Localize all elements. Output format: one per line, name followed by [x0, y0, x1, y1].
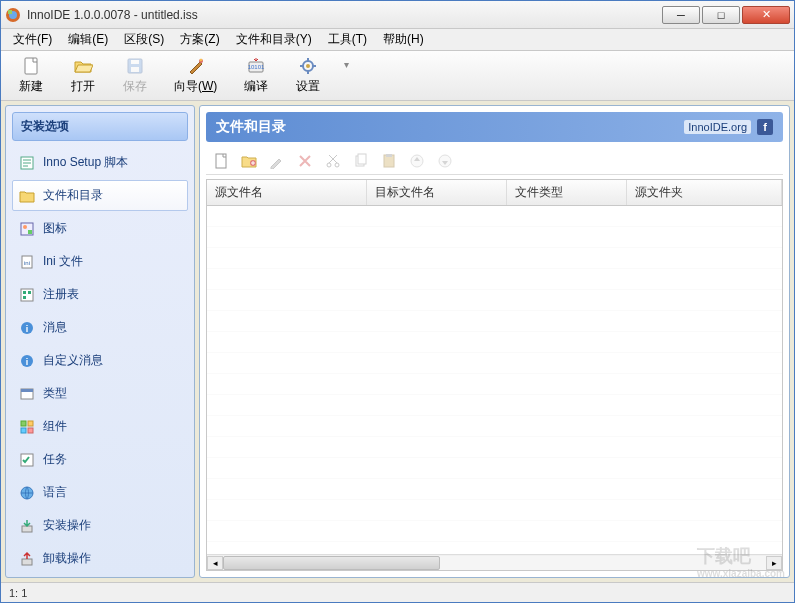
settings-button[interactable]: 设置	[286, 53, 330, 98]
edit-icon[interactable]	[268, 152, 286, 170]
svg-rect-2	[8, 10, 12, 14]
save-icon	[125, 56, 145, 76]
sidebar-item-5[interactable]: i消息	[12, 312, 188, 343]
svg-text:ini: ini	[24, 260, 30, 266]
svg-rect-24	[28, 291, 31, 294]
svg-rect-33	[28, 421, 33, 426]
menu-filesdirs[interactable]: 文件和目录(Y)	[228, 29, 320, 50]
scroll-track[interactable]	[223, 556, 766, 570]
innoide-link[interactable]: InnoIDE.org	[684, 120, 751, 134]
svg-rect-31	[21, 389, 33, 392]
facebook-icon[interactable]: f	[757, 119, 773, 135]
new-label: 新建	[19, 78, 43, 95]
col-source-folder[interactable]: 源文件夹	[627, 180, 782, 205]
scroll-thumb[interactable]	[223, 556, 440, 570]
svg-rect-40	[216, 154, 226, 168]
menu-file[interactable]: 文件(F)	[5, 29, 60, 50]
registry-icon	[19, 287, 35, 303]
svg-point-43	[335, 163, 339, 167]
new-button[interactable]: 新建	[9, 53, 53, 98]
tasks-icon	[19, 452, 35, 468]
wizard-button[interactable]: 向导(W)	[165, 53, 226, 98]
sidebar: 安装选项 Inno Setup 脚本文件和目录图标iniIni 文件注册表i消息…	[5, 105, 195, 578]
toolbar-dropdown-icon[interactable]: ▾	[344, 59, 349, 70]
install-icon	[19, 518, 35, 534]
uninstall-icon	[19, 551, 35, 567]
statusbar: 1: 1	[1, 582, 794, 602]
svg-rect-5	[131, 67, 139, 72]
col-file-type[interactable]: 文件类型	[507, 180, 627, 205]
content-header: 文件和目录 InnoIDE.org f	[206, 112, 783, 142]
ini-icon: ini	[19, 254, 35, 270]
sidebar-item-11[interactable]: 安装操作	[12, 510, 188, 541]
scroll-right-icon[interactable]: ▸	[766, 556, 782, 570]
titlebar[interactable]: InnoIDE 1.0.0.0078 - untitled.iss ─ □ ✕	[1, 1, 794, 29]
sidebar-item-label: 语言	[43, 484, 67, 501]
compile-label: 编译	[244, 78, 268, 95]
svg-rect-45	[358, 154, 366, 164]
components-icon	[19, 419, 35, 435]
cut-icon[interactable]	[324, 152, 342, 170]
compile-icon: 10101	[246, 56, 266, 76]
menu-tools[interactable]: 工具(T)	[320, 29, 375, 50]
new-file-icon[interactable]	[212, 152, 230, 170]
col-dest-name[interactable]: 目标文件名	[367, 180, 507, 205]
file-toolbar	[206, 148, 783, 175]
menu-help[interactable]: 帮助(H)	[375, 29, 432, 50]
sidebar-item-8[interactable]: 组件	[12, 411, 188, 442]
sidebar-item-3[interactable]: iniIni 文件	[12, 246, 188, 277]
sidebar-list: Inno Setup 脚本文件和目录图标iniIni 文件注册表i消息i自定义消…	[12, 147, 188, 571]
menu-section[interactable]: 区段(S)	[116, 29, 172, 50]
scroll-left-icon[interactable]: ◂	[207, 556, 223, 570]
minimize-button[interactable]: ─	[662, 6, 700, 24]
sidebar-item-10[interactable]: 语言	[12, 477, 188, 508]
add-folder-icon[interactable]	[240, 152, 258, 170]
svg-rect-6	[131, 60, 139, 64]
settings-label: 设置	[296, 78, 320, 95]
close-button[interactable]: ✕	[742, 6, 790, 24]
wizard-icon	[186, 56, 206, 76]
icons-icon	[19, 221, 35, 237]
svg-rect-34	[21, 428, 26, 433]
sidebar-item-4[interactable]: 注册表	[12, 279, 188, 310]
sidebar-item-6[interactable]: i自定义消息	[12, 345, 188, 376]
menu-scheme[interactable]: 方案(Z)	[172, 29, 227, 50]
info-icon: i	[19, 320, 35, 336]
up-icon[interactable]	[408, 152, 426, 170]
table-body[interactable]	[207, 206, 782, 554]
open-button[interactable]: 打开	[61, 53, 105, 98]
sidebar-item-label: 卸载操作	[43, 550, 91, 567]
sidebar-item-1[interactable]: 文件和目录	[12, 180, 188, 211]
app-window: InnoIDE 1.0.0.0078 - untitled.iss ─ □ ✕ …	[0, 0, 795, 603]
menu-edit[interactable]: 编辑(E)	[60, 29, 116, 50]
types-icon	[19, 386, 35, 402]
col-source-name[interactable]: 源文件名	[207, 180, 367, 205]
sidebar-item-label: 任务	[43, 451, 67, 468]
sidebar-item-label: 组件	[43, 418, 67, 435]
sidebar-item-9[interactable]: 任务	[12, 444, 188, 475]
wizard-label: 向导(W)	[174, 78, 217, 95]
new-icon	[21, 56, 41, 76]
sidebar-item-12[interactable]: 卸载操作	[12, 543, 188, 571]
down-icon[interactable]	[436, 152, 454, 170]
open-label: 打开	[71, 78, 95, 95]
save-button[interactable]: 保存	[113, 53, 157, 98]
svg-rect-3	[25, 58, 37, 74]
paste-icon[interactable]	[380, 152, 398, 170]
compile-button[interactable]: 10101 编译	[234, 53, 278, 98]
main-area: 安装选项 Inno Setup 脚本文件和目录图标iniIni 文件注册表i消息…	[1, 101, 794, 582]
copy-icon[interactable]	[352, 152, 370, 170]
maximize-button[interactable]: □	[702, 6, 740, 24]
delete-icon[interactable]	[296, 152, 314, 170]
sidebar-item-2[interactable]: 图标	[12, 213, 188, 244]
language-icon	[19, 485, 35, 501]
app-icon	[5, 7, 21, 23]
sidebar-item-0[interactable]: Inno Setup 脚本	[12, 147, 188, 178]
sidebar-item-label: 自定义消息	[43, 352, 103, 369]
svg-rect-25	[23, 296, 26, 299]
h-scrollbar[interactable]: ◂ ▸	[207, 554, 782, 570]
sidebar-item-7[interactable]: 类型	[12, 378, 188, 409]
sidebar-item-label: Ini 文件	[43, 253, 83, 270]
file-table: 源文件名 目标文件名 文件类型 源文件夹 ◂ ▸	[206, 179, 783, 571]
svg-rect-35	[28, 428, 33, 433]
